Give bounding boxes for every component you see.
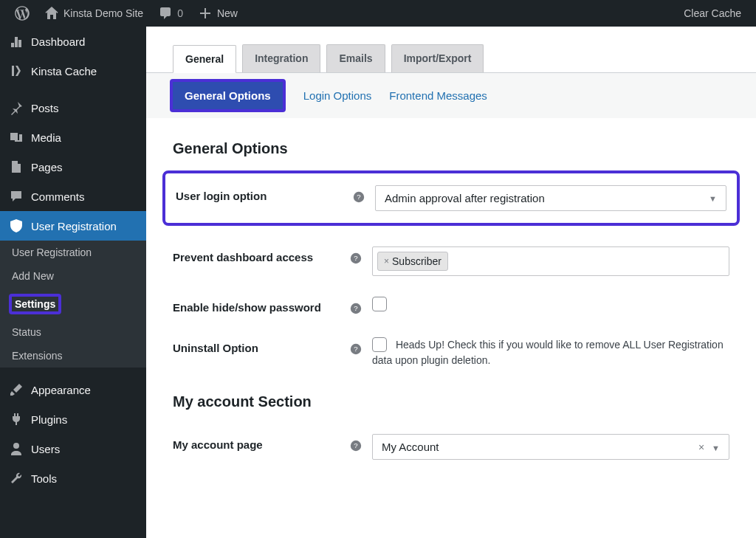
user-registration-submenu: User Registration Add New Settings Statu… [0, 241, 146, 368]
site-name-link[interactable]: Kinsta Demo Site [37, 0, 151, 27]
sidebar-item-users[interactable]: Users [0, 434, 146, 463]
select-value: My Account [382, 441, 439, 453]
sidebar-item-label: Users [31, 443, 60, 455]
checkbox-hide-show-password[interactable] [372, 297, 387, 311]
section-heading-general: General Options [173, 140, 729, 157]
label-hide-show-password: Enable hide/show password [173, 297, 350, 314]
sidebar-item-pages[interactable]: Pages [0, 152, 146, 182]
sidebar-item-appearance[interactable]: Appearance [0, 375, 146, 404]
wordpress-icon [15, 6, 30, 21]
clear-icon[interactable]: × [698, 441, 704, 453]
sidebar-item-label: Dashboard [31, 35, 85, 48]
settings-tabs: General Integration Emails Import/Export [146, 27, 756, 73]
chevron-down-icon: ▼ [709, 194, 717, 203]
help-icon[interactable]: ? [350, 297, 372, 317]
home-icon [44, 6, 59, 21]
new-label: New [217, 7, 238, 19]
sidebar-item-kinsta-cache[interactable]: Kinsta Cache [0, 56, 146, 86]
site-name-label: Kinsta Demo Site [63, 7, 143, 19]
clear-cache-link[interactable]: Clear Cache [676, 0, 749, 27]
input-prevent-dashboard[interactable]: ×Subscriber [372, 246, 729, 276]
pin-icon [9, 100, 24, 115]
sidebar-item-label: User Registration [31, 220, 117, 232]
svg-text:?: ? [354, 441, 357, 449]
sidebar-item-label: Appearance [31, 384, 91, 396]
tab-general[interactable]: General [173, 45, 236, 73]
chevron-down-icon: ▼ [712, 444, 720, 452]
select-my-account-page[interactable]: My Account ×▼ [372, 434, 729, 460]
sidebar-item-dashboard[interactable]: Dashboard [0, 27, 146, 56]
sidebar-item-label: Posts [31, 102, 59, 114]
sidebar-item-plugins[interactable]: Plugins [0, 404, 146, 434]
sidebar-item-media[interactable]: Media [0, 123, 146, 152]
label-uninstall: Uninstall Option [173, 337, 350, 354]
svg-text:?: ? [354, 304, 357, 312]
plus-icon [198, 6, 213, 21]
media-icon [9, 130, 24, 145]
help-icon[interactable]: ? [350, 246, 372, 266]
svg-text:?: ? [357, 193, 360, 201]
comments-link[interactable]: 0 [151, 0, 190, 27]
subtab-general-options[interactable]: General Options [170, 79, 286, 112]
brush-icon [9, 382, 24, 397]
submenu-add-new[interactable]: Add New [0, 264, 146, 288]
subtab-login-options[interactable]: Login Options [303, 89, 372, 102]
sidebar-item-comments[interactable]: Comments [0, 182, 146, 211]
help-icon[interactable]: ? [350, 434, 372, 454]
sidebar-item-tools[interactable]: Tools [0, 463, 146, 493]
section-heading-my-account: My account Section [173, 393, 729, 410]
label-my-account-page: My account page [173, 434, 350, 451]
subtab-frontend-messages[interactable]: Frontend Messages [389, 89, 487, 102]
label-prevent-dashboard: Prevent dashboard access [173, 246, 350, 263]
sidebar-item-label: Media [31, 131, 61, 144]
pages-icon [9, 159, 24, 174]
help-icon[interactable]: ? [353, 185, 375, 205]
sidebar-item-label: Kinsta Cache [31, 65, 97, 77]
new-content-link[interactable]: New [190, 0, 245, 27]
submenu-extensions[interactable]: Extensions [0, 344, 146, 368]
dashboard-icon [9, 34, 24, 49]
comments-icon [9, 189, 24, 204]
comment-icon [158, 6, 173, 21]
user-icon [9, 441, 24, 456]
tab-emails[interactable]: Emails [326, 44, 385, 72]
admin-sidebar: Dashboard Kinsta Cache Posts Media Pages… [0, 27, 146, 538]
svg-text:?: ? [354, 254, 357, 262]
help-icon[interactable]: ? [350, 337, 372, 357]
comments-count: 0 [177, 7, 183, 19]
submenu-settings: Settings [12, 298, 58, 310]
select-value: Admin approval after registration [385, 192, 545, 204]
uninstall-description: Heads Up! Check this if you would like t… [372, 339, 724, 366]
role-tag[interactable]: ×Subscriber [377, 252, 448, 271]
tab-integration[interactable]: Integration [242, 44, 320, 72]
submenu-user-registration[interactable]: User Registration [0, 241, 146, 264]
sidebar-item-posts[interactable]: Posts [0, 93, 146, 123]
tab-import-export[interactable]: Import/Export [391, 44, 484, 72]
kinsta-icon [9, 63, 24, 78]
select-user-login-option[interactable]: Admin approval after registration ▼ [375, 185, 726, 211]
checkbox-uninstall[interactable] [372, 337, 387, 352]
clear-cache-label: Clear Cache [684, 7, 741, 19]
sidebar-item-label: Pages [31, 161, 63, 173]
sidebar-item-user-registration[interactable]: User Registration [0, 211, 146, 241]
submenu-status[interactable]: Status [0, 320, 146, 344]
sidebar-item-label: Comments [31, 190, 85, 203]
wrench-icon [9, 471, 24, 486]
plug-icon [9, 412, 24, 427]
admin-bar: Kinsta Demo Site 0 New Clear Cache [0, 0, 756, 27]
sidebar-item-label: Plugins [31, 413, 67, 426]
submenu-settings-wrapper[interactable]: Settings [0, 288, 146, 320]
settings-subtabs: General Options Login Options Frontend M… [146, 73, 756, 118]
sidebar-item-label: Tools [31, 472, 57, 485]
wp-logo[interactable] [7, 0, 37, 27]
main-content: General Integration Emails Import/Export… [146, 27, 756, 538]
remove-icon[interactable]: × [384, 256, 389, 266]
svg-text:?: ? [354, 345, 357, 353]
user-registration-icon [9, 218, 24, 233]
highlighted-user-login-row: User login option ? Admin approval after… [162, 170, 740, 226]
label-user-login-option: User login option [176, 185, 353, 202]
